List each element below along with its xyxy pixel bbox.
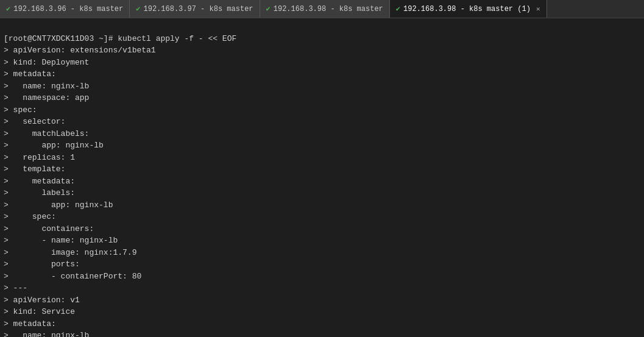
terminal-line: > template:: [4, 163, 640, 176]
tab-3-label: 192.168.3.98 - k8s master: [274, 5, 383, 13]
terminal-line: > ports:: [4, 258, 640, 271]
tab-4-label: 192.168.3.98 - k8s master (1): [403, 5, 531, 13]
tab-4-close-icon[interactable]: ✕: [536, 5, 540, 13]
terminal-line: > apiVersion: extensions/v1beta1: [4, 44, 640, 57]
terminal-line: > kind: Service: [4, 306, 640, 318]
terminal-line: > app: nginx-lb: [4, 140, 640, 152]
terminal-line: > metadata:: [4, 68, 640, 80]
tab-2[interactable]: ✔ 192.168.3.97 - k8s master: [130, 0, 260, 18]
tab-2-label: 192.168.3.97 - k8s master: [144, 5, 253, 13]
tab-1-label: 192.168.3.96 - k8s master: [13, 5, 123, 13]
terminal-line: > - containerPort: 80: [4, 271, 640, 283]
terminal-line: > apiVersion: v1: [4, 294, 640, 307]
terminal-line: > metadata:: [4, 176, 640, 188]
terminal-line: [root@CNT7XDCK11D03 ~]# kubectl apply -f…: [4, 33, 640, 45]
terminal-line: > labels:: [4, 187, 640, 199]
tab-4[interactable]: ✔ 192.168.3.98 - k8s master (1) ✕: [390, 0, 547, 18]
tab-3[interactable]: ✔ 192.168.3.98 - k8s master: [260, 0, 390, 18]
tab-1-check-icon: ✔: [6, 4, 10, 13]
terminal-line: > metadata:: [4, 318, 640, 330]
terminal-line: > matchLabels:: [4, 128, 640, 140]
terminal-line: > ---: [4, 282, 640, 294]
tab-4-check-icon: ✔: [396, 4, 400, 13]
terminal-line: > selector:: [4, 116, 640, 128]
terminal-line: > name: nginx-lb: [4, 80, 640, 93]
tab-1[interactable]: ✔ 192.168.3.96 - k8s master: [0, 0, 130, 18]
terminal-line: > namespace: app: [4, 92, 640, 104]
tab-3-check-icon: ✔: [266, 4, 271, 13]
tab-2-check-icon: ✔: [136, 4, 140, 13]
terminal-line: > kind: Deployment: [4, 57, 640, 69]
terminal-content: [root@CNT7XDCK11D03 ~]# kubectl apply -f…: [0, 18, 644, 337]
terminal-line: > spec:: [4, 104, 640, 116]
terminal-line: > - name: nginx-lb: [4, 235, 640, 247]
terminal-line: > containers:: [4, 223, 640, 235]
terminal-line: > name: nginx-lb: [4, 330, 640, 337]
terminal-line: > replicas: 1: [4, 152, 640, 164]
terminal-line: > app: nginx-lb: [4, 199, 640, 211]
terminal-line: > image: nginx:1.7.9: [4, 247, 640, 259]
terminal-line: > spec:: [4, 211, 640, 223]
tab-bar: ✔ 192.168.3.96 - k8s master ✔ 192.168.3.…: [0, 0, 644, 18]
